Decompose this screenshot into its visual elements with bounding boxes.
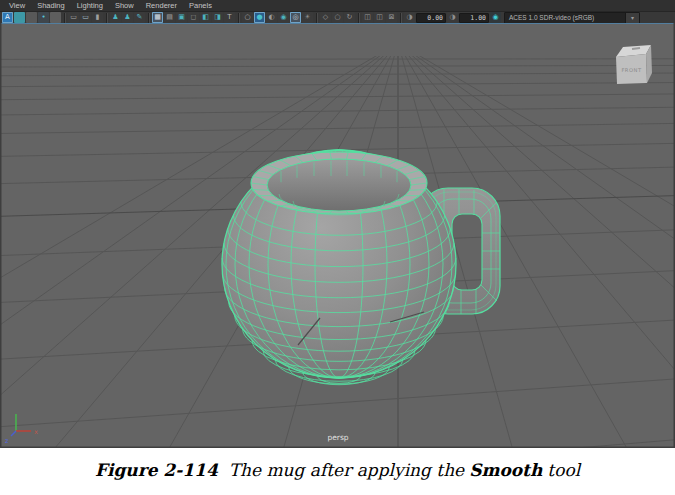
toolbar-separator	[358, 13, 359, 23]
wireframe-on-shaded-icon[interactable]: ◎	[290, 12, 301, 23]
chevron-down-icon[interactable]: ▾	[625, 13, 639, 23]
view-cube-notch	[632, 48, 640, 49]
panel-border	[0, 23, 2, 448]
use-all-lights-icon[interactable]: ◉	[278, 12, 289, 23]
camera-icon[interactable]: ▭	[68, 12, 79, 23]
select-mask-all-icon[interactable]: A	[2, 12, 13, 23]
smooth-shade-all-icon[interactable]: ●	[254, 12, 265, 23]
maya-viewport-panel: ViewShadingLightingShowRendererPanels A•…	[0, 0, 675, 448]
screenshot-root: ViewShadingLightingShowRendererPanels A•…	[0, 0, 675, 495]
caption-emphasis: Smooth	[469, 460, 542, 480]
resolution-gate-icon[interactable]: ▣	[176, 12, 187, 23]
camera-reset-icon[interactable]: ↻	[344, 12, 355, 23]
gamma-field[interactable]: 1.00	[459, 13, 489, 23]
xray-joints-icon[interactable]: ○	[332, 12, 343, 23]
textured-display-icon[interactable]: ◐	[266, 12, 277, 23]
camera-bookmark-icon[interactable]: ▮	[92, 12, 103, 23]
grid-line	[0, 59, 675, 60]
menu-lighting[interactable]: Lighting	[71, 0, 109, 11]
caption-text-tail: tool	[547, 460, 580, 480]
exposure-field[interactable]: 0.00	[416, 13, 446, 23]
grid-toggle-icon[interactable]: ▦	[152, 12, 163, 23]
toolbar-separator	[148, 13, 149, 23]
gate-mask-icon[interactable]: ◻	[188, 12, 199, 23]
menu-view[interactable]: View	[3, 0, 31, 11]
caption-text: The mug after applying the	[229, 460, 464, 480]
toolbar-separator	[238, 13, 239, 23]
select-mask-component-icon[interactable]	[26, 12, 37, 23]
isolate-select-icon[interactable]: ◫	[362, 12, 373, 23]
select-mask-object-icon[interactable]	[14, 12, 25, 23]
field-chart-icon[interactable]: ◧	[200, 12, 211, 23]
figure-caption: Figure 2-114The mug after applying theSm…	[0, 448, 675, 495]
exposure-icon[interactable]: ◑	[404, 12, 415, 23]
active-panel-highlight	[0, 23, 675, 24]
panel-menu-bar: ViewShadingLightingShowRendererPanels	[0, 0, 675, 12]
isolate-add-icon[interactable]: ◫	[374, 12, 385, 23]
image-plane-icon[interactable]: ♟	[110, 12, 121, 23]
isolate-remove-icon[interactable]: ⊠	[386, 12, 397, 23]
rim-inner	[267, 159, 411, 211]
caption-figure-label: Figure 2-114	[95, 460, 218, 480]
menu-panels[interactable]: Panels	[183, 0, 218, 11]
gamma-icon[interactable]: ◑	[447, 12, 458, 23]
view-cube-front-label: FRONT	[621, 67, 642, 73]
toolbar-separator	[316, 13, 317, 23]
grease-pencil-icon[interactable]: ✎	[134, 12, 145, 23]
film-gate-icon[interactable]: ▤	[164, 12, 175, 23]
menu-renderer[interactable]: Renderer	[140, 0, 183, 11]
z-axis-label: z	[5, 437, 9, 445]
menu-show[interactable]: Show	[109, 0, 140, 11]
view-cube[interactable]: FRONT	[616, 45, 652, 84]
toolbar-separator	[106, 13, 107, 23]
camera-label: persp	[327, 433, 348, 442]
viewport-canvas[interactable]: FRONTxzpersp	[0, 23, 675, 448]
toolbar-separator	[64, 13, 65, 23]
safe-action-icon[interactable]: ◨	[212, 12, 223, 23]
xray-icon[interactable]: ◇	[320, 12, 331, 23]
mug-opening	[251, 152, 427, 215]
two-d-pan-zoom-icon[interactable]: ♟	[122, 12, 133, 23]
colorspace-dropdown[interactable]: ACES 1.0 SDR-video (sRGB)▾	[504, 12, 640, 24]
x-axis-label: x	[34, 428, 38, 436]
color-management-icon[interactable]: ◉	[490, 12, 501, 23]
colorspace-value: ACES 1.0 SDR-video (sRGB)	[505, 13, 625, 23]
default-material-icon[interactable]: ☀	[302, 12, 313, 23]
toolbar-separator	[400, 13, 401, 23]
safe-title-icon[interactable]: T	[224, 12, 235, 23]
history-icon[interactable]	[50, 12, 61, 23]
wireframe-display-icon[interactable]: ○	[242, 12, 253, 23]
menu-shading[interactable]: Shading	[31, 0, 71, 11]
snap-icon[interactable]: •	[38, 12, 49, 23]
camera-settings-icon[interactable]: ▭	[80, 12, 91, 23]
perspective-viewport[interactable]: FRONTxzpersp	[0, 23, 675, 448]
panel-toolbar: A•▭▭▮♟♟✎▦▤▣◻◧◨T○●◐◉◎☀◇○↻◫◫⊠◑0.00◑1.00◉AC…	[0, 12, 675, 23]
